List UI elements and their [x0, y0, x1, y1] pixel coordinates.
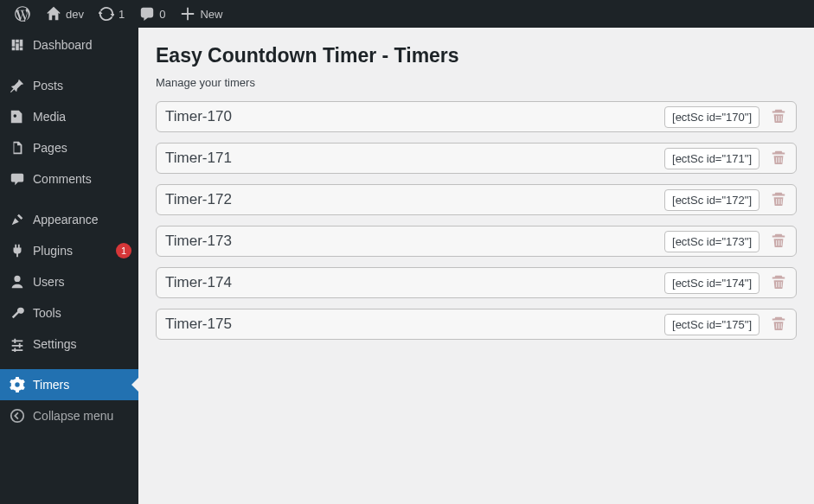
trash-icon [771, 191, 786, 209]
comments-icon [9, 170, 26, 188]
update-icon [98, 5, 115, 22]
menu-separator [0, 196, 138, 201]
sidebar-item-label: Plugins [33, 244, 106, 258]
sidebar-item-label: Settings [33, 337, 131, 351]
new-content-menu[interactable]: New [172, 0, 229, 28]
timer-name: Timer-170 [165, 108, 664, 125]
timer-row[interactable]: Timer-172[ectSc id="172"] [156, 184, 797, 215]
sidebar-item-pages[interactable]: Pages [0, 132, 138, 163]
collapse-label: Collapse menu [33, 409, 131, 423]
dashboard-icon [9, 36, 26, 54]
wordpress-icon [14, 5, 31, 22]
sidebar-item-label: Pages [33, 141, 131, 155]
page-subtitle: Manage your timers [156, 76, 797, 89]
pin-icon [9, 77, 26, 94]
sidebar-item-tools[interactable]: Tools [0, 297, 138, 329]
gear-icon [9, 376, 26, 393]
delete-timer-button[interactable] [768, 189, 789, 210]
plugin-icon [9, 242, 26, 259]
sidebar-item-label: Posts [33, 79, 131, 93]
timer-row[interactable]: Timer-170[ectSc id="170"] [156, 101, 797, 132]
sidebar-item-appearance[interactable]: Appearance [0, 204, 138, 235]
sidebar-item-users[interactable]: Users [0, 266, 138, 297]
appearance-icon [9, 211, 26, 228]
admin-sidebar: Dashboard Posts Media Pages Comments App… [0, 28, 138, 504]
collapse-icon [9, 407, 26, 424]
sidebar-item-dashboard[interactable]: Dashboard [0, 29, 138, 61]
comments-link[interactable]: 0 [131, 0, 172, 28]
page-title: Easy Countdown Timer - Timers [156, 36, 797, 71]
timer-row[interactable]: Timer-171[ectSc id="171"] [156, 143, 797, 174]
sidebar-item-label: Tools [33, 306, 131, 320]
timer-row[interactable]: Timer-175[ectSc id="175"] [156, 309, 797, 340]
new-label: New [200, 8, 222, 21]
sidebar-item-posts[interactable]: Posts [0, 70, 138, 101]
comment-icon [138, 5, 156, 22]
home-icon [45, 5, 62, 22]
timer-shortcode[interactable]: [ectSc id="172"] [664, 189, 760, 211]
trash-icon [771, 233, 786, 251]
delete-timer-button[interactable] [768, 231, 789, 252]
timer-shortcode[interactable]: [ectSc id="173"] [664, 231, 760, 252]
users-icon [9, 273, 26, 290]
trash-icon [771, 150, 786, 168]
timers-list: Timer-170[ectSc id="170"]Timer-171[ectSc… [156, 101, 797, 340]
site-home-link[interactable]: dev [38, 0, 91, 28]
svg-point-0 [11, 410, 23, 422]
delete-timer-button[interactable] [768, 272, 789, 293]
sidebar-item-label: Appearance [33, 213, 131, 226]
sidebar-item-label: Media [33, 110, 131, 124]
updates-count: 1 [119, 8, 125, 21]
timer-name: Timer-172 [165, 191, 664, 208]
menu-separator [0, 62, 138, 67]
sidebar-item-timers[interactable]: Timers [0, 369, 138, 400]
sidebar-item-settings[interactable]: Settings [0, 329, 138, 360]
pages-icon [9, 139, 26, 156]
sidebar-item-label: Comments [33, 172, 131, 186]
admin-toolbar: dev 1 0 New [0, 0, 814, 28]
trash-icon [771, 316, 786, 334]
delete-timer-button[interactable] [768, 148, 789, 169]
trash-icon [771, 108, 786, 126]
plus-icon [179, 5, 196, 22]
site-name: dev [66, 8, 84, 21]
settings-icon [9, 335, 26, 353]
timer-name: Timer-171 [165, 150, 664, 167]
sidebar-item-label: Timers [33, 378, 131, 392]
timer-row[interactable]: Timer-173[ectSc id="173"] [156, 226, 797, 257]
updates-link[interactable]: 1 [91, 0, 131, 28]
sidebar-item-label: Dashboard [33, 38, 131, 52]
delete-timer-button[interactable] [768, 314, 789, 335]
main-content: Easy Countdown Timer - Timers Manage you… [138, 28, 814, 504]
timer-name: Timer-175 [165, 316, 664, 333]
media-icon [9, 108, 26, 125]
menu-separator [0, 361, 138, 366]
collapse-menu-button[interactable]: Collapse menu [0, 400, 138, 431]
timer-shortcode[interactable]: [ectSc id="174"] [664, 272, 760, 294]
trash-icon [771, 274, 786, 292]
comments-count: 0 [159, 8, 165, 21]
delete-timer-button[interactable] [768, 106, 789, 127]
timer-shortcode[interactable]: [ectSc id="175"] [664, 314, 760, 335]
timer-row[interactable]: Timer-174[ectSc id="174"] [156, 267, 797, 298]
timer-shortcode[interactable]: [ectSc id="170"] [664, 106, 760, 128]
sidebar-item-comments[interactable]: Comments [0, 163, 138, 195]
timer-shortcode[interactable]: [ectSc id="171"] [664, 148, 760, 169]
timer-name: Timer-173 [165, 233, 664, 250]
sidebar-item-label: Users [33, 275, 131, 289]
tools-icon [9, 304, 26, 322]
plugin-update-badge: 1 [116, 243, 131, 258]
wp-logo-menu[interactable] [7, 0, 38, 28]
timer-name: Timer-174 [165, 274, 664, 291]
sidebar-item-plugins[interactable]: Plugins 1 [0, 235, 138, 266]
sidebar-item-media[interactable]: Media [0, 101, 138, 132]
